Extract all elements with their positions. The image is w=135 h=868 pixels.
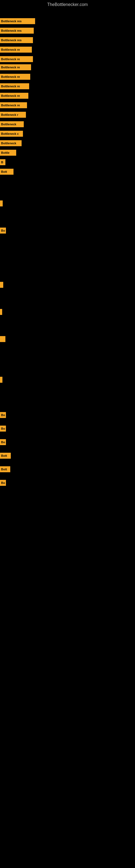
bar-label: Bottleneck re [0,102,27,108]
bar-label: Bottleneck [0,121,24,127]
bar-label [0,336,5,342]
bar-item: Bott [0,169,13,175]
bar-item: Bottleneck re [0,74,30,80]
bar-label [0,282,3,288]
bar-label: Bottleneck re [0,64,31,70]
bar-item: Bottleneck [0,140,21,146]
bar-label [0,200,3,207]
bar-item: Bottleneck [0,121,24,127]
bar-label: Bottleneck c [0,131,23,137]
bar-label: Bottleneck re [0,74,30,80]
bar-label: Bottleneck re [0,46,32,53]
bar-item: Bottle [0,150,16,156]
bar-item [0,200,3,207]
bar-label: B [0,159,5,165]
bar-label: Bo [0,439,6,445]
bar-label: Bo [0,426,6,432]
bar-item: Bo [0,439,6,445]
bar-label: Bott [0,466,10,472]
bar-label: Bottle [0,150,16,156]
bar-item: Bottleneck res [0,18,35,24]
bar-label: Bo [0,227,6,234]
bar-item: Bottleneck r [0,112,26,118]
bar-item: Bott [0,453,11,459]
bar-item [0,377,2,383]
bar-label: Bott [0,453,11,459]
bar-item: Bottleneck re [0,102,27,108]
bar-item: B [0,159,5,165]
bar-item: Bott [0,466,10,472]
bar-item: Bottleneck re [0,64,31,70]
bar-item: Bo [0,412,6,418]
bar-item: Bo [0,227,6,234]
bar-label: Bo [0,480,6,486]
bar-label: Bottleneck [0,140,21,146]
bar-item [0,282,3,288]
bar-label: Bottleneck res [0,28,34,34]
bar-item: Bo [0,426,6,432]
bar-label: Bottleneck re [0,56,33,62]
bar-label: Bott [0,169,13,175]
bar-label [0,377,2,383]
bar-label: Bo [0,412,6,418]
bar-label: Bottleneck re [0,93,28,99]
bar-label: Bottleneck re [0,83,29,89]
bar-item: Bottleneck c [0,131,23,137]
bar-label: Bottleneck r [0,112,26,118]
bar-label: Bottleneck res [0,37,33,43]
bar-item: Bottleneck re [0,56,33,62]
bar-item: Bottleneck re [0,93,28,99]
bar-label [0,309,2,315]
bar-item: Bo [0,480,6,486]
bar-item [0,309,2,315]
bar-item: Bottleneck res [0,37,33,43]
site-title: TheBottlenecker.com [0,0,135,9]
bar-item: Bottleneck re [0,83,29,89]
bar-item: Bottleneck re [0,46,32,53]
bar-item: Bottleneck res [0,28,34,34]
bar-label: Bottleneck res [0,18,35,24]
bar-item [0,336,5,342]
